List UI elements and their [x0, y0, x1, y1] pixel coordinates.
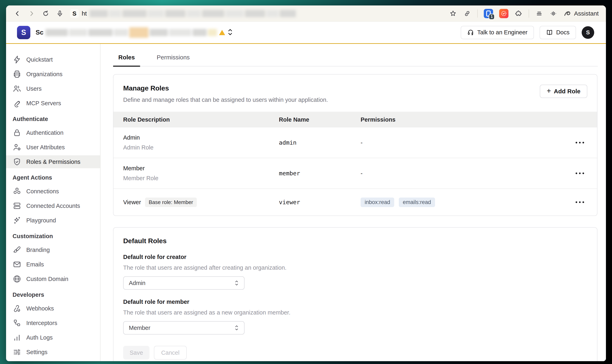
shield-check-icon	[13, 157, 21, 166]
sidebar-section-developers: Developers	[6, 289, 100, 301]
reader-icon[interactable]	[535, 10, 543, 18]
sidebar-item-settings[interactable]: Settings	[6, 346, 100, 359]
column-role-description: Role Description	[123, 116, 279, 123]
environment-switcher[interactable]: Sc	[36, 27, 233, 38]
chevron-updown-icon	[234, 324, 239, 332]
mcp-icon	[13, 99, 21, 108]
lock-icon	[13, 128, 21, 137]
paintbrush-icon	[13, 246, 21, 254]
sidebar-item-mcp-servers[interactable]: MCP Servers	[6, 97, 100, 110]
globe-icon	[13, 274, 21, 283]
tab-permissions[interactable]: Permissions	[152, 54, 195, 66]
sidebar-item-user-attributes[interactable]: User Attributes	[6, 141, 100, 154]
bar-chart-icon	[13, 333, 21, 342]
table-row-viewer: Viewer Base role: Member viewer inbox:re…	[113, 188, 597, 216]
sidebar-item-auth-logs[interactable]: Auth Logs	[6, 331, 100, 344]
sidebar-item-playground[interactable]: Playground	[6, 214, 100, 227]
sidebar-section-agent-actions: Agent Actions	[6, 171, 100, 184]
member-role-select[interactable]: Member	[123, 321, 245, 335]
site-favicon: S	[70, 9, 79, 18]
webhook-icon	[13, 304, 21, 313]
address-bar[interactable]: S ht	[70, 9, 443, 18]
sidebar-item-authentication[interactable]: Authentication	[6, 126, 100, 139]
manage-roles-description: Define and manage roles that can be assi…	[123, 97, 587, 103]
lightning-icon	[13, 55, 21, 64]
sidebar-item-branding[interactable]: Branding	[6, 243, 100, 256]
extension-badge: 1	[489, 14, 495, 20]
mail-icon	[13, 260, 21, 269]
toolbar-separator	[477, 10, 478, 18]
member-role-help: The role that users are assigned as a ne…	[123, 309, 587, 316]
creator-role-label: Default role for creator	[123, 254, 587, 260]
sparkles-icon	[13, 216, 21, 225]
save-button[interactable]: Save	[123, 346, 150, 360]
base-role-badge: Base role: Member	[145, 197, 197, 207]
table-row-admin: Admin Admin Role admin -	[113, 128, 597, 158]
forward-button[interactable]	[28, 10, 36, 18]
cancel-button[interactable]: Cancel	[154, 346, 187, 360]
microphone-icon[interactable]	[56, 10, 64, 18]
row-actions-menu[interactable]	[563, 172, 597, 174]
tab-roles[interactable]: Roles	[113, 54, 140, 66]
browser-window: S ht 1	[6, 5, 606, 361]
column-role-name: Role Name	[279, 116, 361, 123]
sidebar: Quickstart Organizations Users MCP Serve…	[6, 44, 100, 361]
sidebar-item-emails[interactable]: Emails	[6, 258, 100, 271]
docs-button[interactable]: Docs	[540, 26, 576, 39]
users-icon	[13, 84, 21, 93]
member-role-label: Default role for member	[123, 299, 587, 305]
chevron-updown-icon	[227, 28, 233, 37]
headset-icon	[467, 29, 474, 36]
chevron-updown-icon	[234, 279, 239, 287]
sidebar-item-interceptors[interactable]: Interceptors	[6, 316, 100, 329]
creator-role-help: The role that users are assigned after c…	[123, 264, 587, 271]
role-name-member: member	[279, 170, 361, 177]
user-avatar[interactable]: S	[582, 26, 594, 39]
cubes-icon	[13, 187, 21, 196]
sidebar-item-connections[interactable]: Connections	[6, 185, 100, 198]
sidebar-item-users[interactable]: Users	[6, 82, 100, 95]
role-name-admin: admin	[279, 139, 361, 146]
roles-table-header: Role Description Role Name Permissions	[113, 112, 597, 128]
sidebar-item-connected-accounts[interactable]: Connected Accounts	[6, 199, 100, 212]
audio-equalizer-icon[interactable]	[549, 10, 557, 18]
password-extension-icon[interactable]: 1	[484, 9, 493, 18]
user-gear-icon	[13, 143, 21, 152]
sidebar-item-webhooks[interactable]: Webhooks	[6, 302, 100, 315]
manage-roles-card: Manage Roles Define and manage roles tha…	[113, 74, 598, 216]
app-header: S Sc Talk to an Engineer Docs	[6, 22, 606, 44]
default-roles-card: Default Roles Default role for creator T…	[113, 227, 598, 361]
creator-role-select[interactable]: Admin	[123, 276, 245, 290]
sidebar-section-authenticate: Authenticate	[6, 113, 100, 125]
bookmark-star-icon[interactable]	[449, 10, 457, 18]
app-logo: S	[17, 26, 30, 39]
row-actions-menu[interactable]	[563, 142, 597, 143]
share-link-icon[interactable]	[463, 10, 471, 18]
talk-to-engineer-button[interactable]: Talk to an Engineer	[461, 26, 534, 39]
row-actions-menu[interactable]	[563, 201, 597, 203]
organization-icon	[13, 70, 21, 78]
sidebar-item-custom-domain[interactable]: Custom Domain	[6, 273, 100, 286]
plus-icon: +	[547, 87, 551, 94]
extensions-puzzle-icon[interactable]	[515, 10, 523, 18]
role-name-viewer: viewer	[279, 199, 361, 206]
sliders-icon	[13, 348, 21, 357]
sidebar-item-roles-permissions[interactable]: Roles & Permissions	[6, 155, 100, 168]
add-role-button[interactable]: + Add Role	[540, 85, 587, 98]
permission-badge: inbox:read	[361, 197, 394, 207]
manage-roles-title: Manage Roles	[123, 84, 587, 92]
reload-button[interactable]	[42, 10, 50, 18]
interceptor-icon	[13, 319, 21, 327]
url-redacted	[90, 10, 296, 17]
assistant-spiral-icon	[563, 10, 571, 17]
sidebar-item-organizations[interactable]: Organizations	[6, 68, 100, 81]
toolbar-separator	[529, 10, 529, 18]
org-name-redacted	[45, 27, 217, 38]
sidebar-item-quickstart[interactable]: Quickstart	[6, 53, 100, 66]
table-row-member: Member Member Role member -	[113, 158, 597, 188]
timer-extension-icon[interactable]	[499, 9, 508, 18]
assistant-button[interactable]: Assistant	[563, 10, 599, 17]
sidebar-section-customization: Customization	[6, 230, 100, 242]
back-button[interactable]	[13, 10, 21, 18]
main-content: Roles Permissions Manage Roles Define an…	[100, 44, 606, 361]
